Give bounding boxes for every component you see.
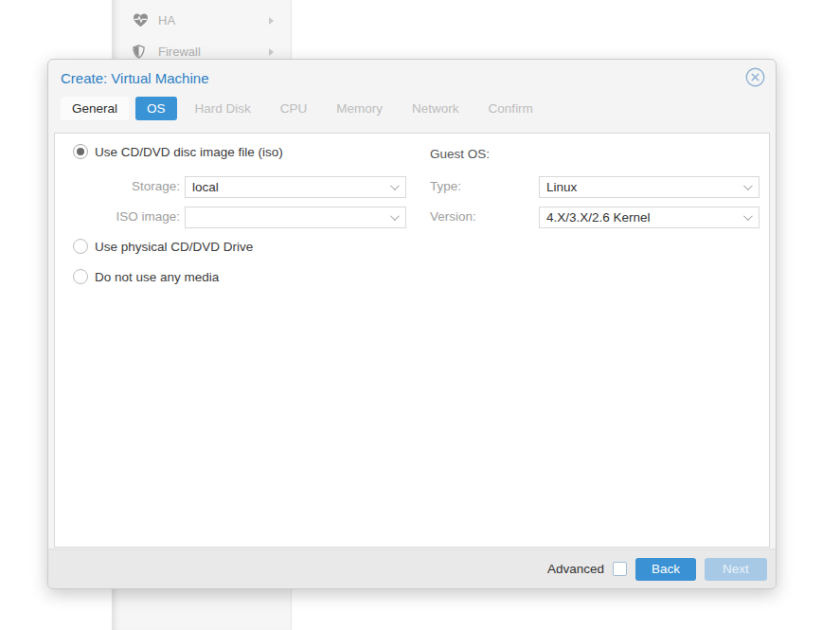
menu-item-label: HA (158, 13, 175, 27)
type-value: Linux (546, 180, 577, 194)
next-button: Next (705, 558, 767, 581)
radio-use-iso-label: Use CD/DVD disc image file (iso) (95, 145, 283, 159)
shield-icon (133, 45, 151, 59)
version-combobox[interactable]: 4.X/3.X/2.6 Kernel (539, 207, 760, 228)
create-vm-dialog: Create: Virtual Machine General OS Hard … (47, 59, 777, 589)
close-icon[interactable] (745, 67, 765, 87)
submenu-arrow-icon (269, 48, 274, 56)
dialog-header: Create: Virtual Machine (48, 60, 776, 96)
tab-cpu: CPU (269, 97, 319, 120)
dialog-footer: Advanced Back Next (48, 549, 776, 588)
chevron-down-icon (390, 211, 400, 221)
dialog-tabbar: General OS Hard Disk CPU Memory Network … (48, 96, 776, 126)
dialog-title: Create: Virtual Machine (61, 70, 208, 86)
advanced-checkbox[interactable] (613, 562, 627, 576)
tab-os[interactable]: OS (135, 97, 177, 120)
tab-network: Network (401, 97, 471, 120)
type-combobox[interactable]: Linux (539, 176, 760, 198)
menu-item-ha[interactable]: HA (113, 5, 291, 36)
advanced-label: Advanced (547, 562, 604, 576)
tab-general[interactable]: General (61, 97, 129, 120)
tab-hard-disk: Hard Disk (184, 97, 262, 120)
os-tab-panel: Use CD/DVD disc image file (iso) Storage… (54, 133, 770, 548)
tab-confirm: Confirm (477, 97, 545, 120)
menu-item-label: Firewall (158, 45, 201, 59)
storage-combobox[interactable]: local (185, 176, 406, 198)
submenu-arrow-icon (269, 17, 274, 25)
radio-circle-icon[interactable] (73, 144, 88, 159)
storage-value: local (192, 180, 219, 194)
storage-label: Storage: (83, 176, 180, 197)
version-value: 4.X/3.X/2.6 Kernel (546, 210, 651, 225)
chevron-down-icon (390, 181, 400, 190)
back-button[interactable]: Back (635, 558, 696, 581)
guest-os-heading: Guest OS: (430, 147, 490, 161)
chevron-down-icon (743, 181, 753, 190)
iso-image-label: ISO image: (83, 207, 180, 227)
radio-physical-drive[interactable]: Use physical CD/DVD Drive (73, 239, 253, 254)
radio-physical-drive-label: Use physical CD/DVD Drive (95, 240, 253, 254)
radio-use-iso[interactable]: Use CD/DVD disc image file (iso) (73, 144, 283, 159)
radio-no-media[interactable]: Do not use any media (73, 269, 219, 284)
type-label: Type: (430, 176, 461, 197)
heartbeat-icon (133, 13, 151, 27)
radio-no-media-label: Do not use any media (95, 270, 219, 284)
iso-image-combobox[interactable] (185, 207, 406, 228)
radio-circle-icon[interactable] (73, 239, 88, 254)
version-label: Version: (430, 207, 476, 227)
tab-memory: Memory (325, 97, 394, 120)
chevron-down-icon (743, 211, 753, 221)
radio-circle-icon[interactable] (73, 269, 88, 284)
